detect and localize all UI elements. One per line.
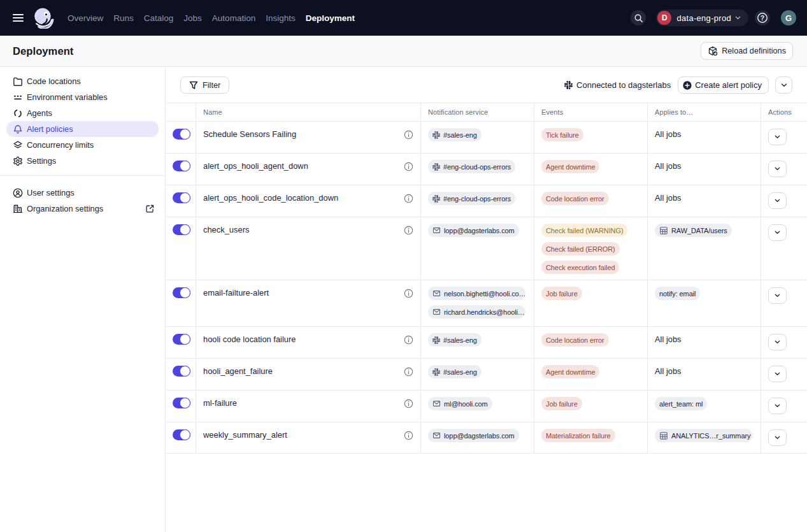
svg-text:?: ? (761, 14, 764, 22)
